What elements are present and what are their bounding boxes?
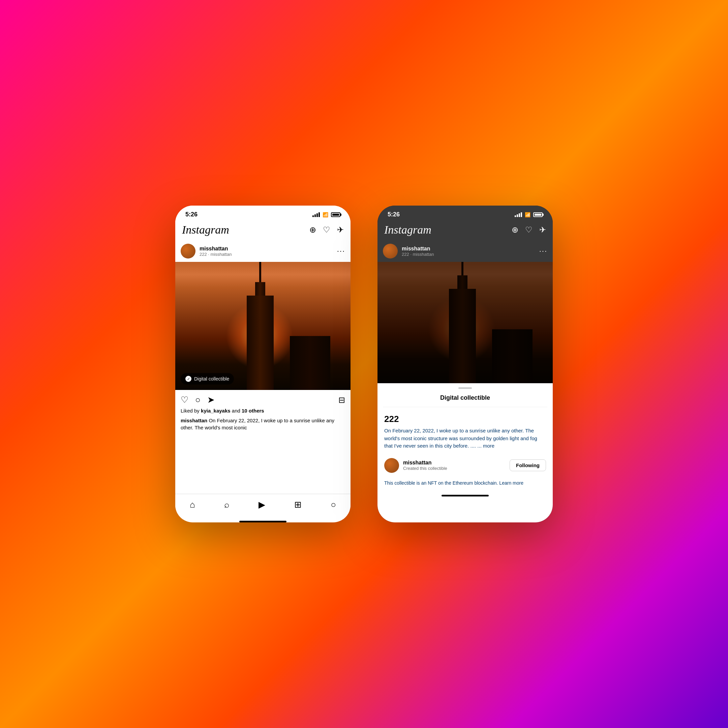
post-user-info-2: misshattan 222 · misshattan	[402, 246, 434, 257]
signal-bar	[517, 214, 518, 217]
liked-by-label: Liked by	[180, 408, 200, 413]
esb-main	[247, 295, 274, 390]
esb-spire	[259, 262, 261, 282]
status-time-1: 5:26	[185, 211, 197, 218]
battery-icon-2	[533, 213, 543, 217]
post-image-bg-1	[175, 262, 350, 390]
messenger-icon-2[interactable]: ✈	[539, 225, 546, 235]
likes-user[interactable]: kyia_kayaks	[201, 408, 231, 413]
badge-label: Digital collectible	[194, 376, 229, 382]
skyline-secondary-2	[492, 329, 532, 383]
share-icon[interactable]: ➤	[207, 395, 215, 405]
bookmark-icon[interactable]: ⊟	[338, 395, 345, 405]
avatar-inner-1	[180, 244, 196, 258]
bottom-sheet: Digital collectible 222 On February 22, …	[378, 383, 553, 522]
caption-username[interactable]: misshattan	[180, 418, 207, 423]
esb-top-2	[457, 275, 468, 289]
building-container	[175, 262, 350, 390]
battery-fill	[332, 214, 339, 216]
nft-description: On February 22, 2022, I woke up to a sun…	[378, 427, 553, 455]
phones-container: 5:26 📶 Instagram ⊕ ♡ ✈	[175, 206, 553, 522]
ig-logo-1: Instagram	[182, 223, 229, 236]
add-post-icon[interactable]: ⊕	[309, 225, 316, 235]
reels-nav-icon[interactable]: ▶	[258, 500, 265, 510]
likes-others[interactable]: 10 others	[242, 408, 264, 413]
post-username-1[interactable]: misshattan	[200, 246, 231, 252]
post-subtitle-2: 222 · misshattan	[402, 252, 434, 257]
shop-nav-icon[interactable]: ⊞	[294, 500, 302, 510]
post-image-1: ✓ Digital collectible	[175, 262, 350, 390]
wifi-icon-2: 📶	[525, 212, 531, 217]
heart-icon-2[interactable]: ♡	[525, 225, 532, 235]
signal-bar	[521, 213, 522, 217]
checkmark-icon: ✓	[185, 376, 191, 382]
signal-bar	[519, 213, 520, 217]
learn-more-link[interactable]: Learn more	[499, 480, 523, 486]
post-user-1: misshattan 222 · misshattan	[180, 244, 231, 258]
sheet-title: Digital collectible	[383, 394, 548, 407]
creator-avatar-inner	[384, 458, 399, 473]
more-options-2[interactable]: ···	[539, 247, 548, 255]
nft-disclaimer: This collectible is an NFT on the Ethere…	[378, 478, 553, 493]
status-bar-2: 5:26 📶	[378, 206, 553, 221]
status-bar-1: 5:26 📶	[175, 206, 350, 221]
profile-nav-icon[interactable]: ○	[330, 500, 336, 510]
phone-2: 5:26 📶 Instagram ⊕ ♡ ✈	[378, 206, 553, 522]
avatar-2[interactable]	[383, 244, 398, 258]
post-header-2: misshattan 222 · misshattan ···	[378, 240, 553, 262]
post-user-2: misshattan 222 · misshattan	[383, 244, 434, 258]
like-icon[interactable]: ♡	[180, 395, 188, 405]
digital-collectible-badge-1[interactable]: ✓ Digital collectible	[180, 373, 234, 385]
messenger-icon[interactable]: ✈	[337, 225, 344, 235]
post-subtitle-1: 222 · misshattan	[200, 252, 231, 257]
signal-bar	[317, 213, 318, 217]
esb-main-2	[449, 289, 476, 383]
post-actions-1: ♡ ○ ➤ ⊟	[175, 390, 350, 408]
status-time-2: 5:26	[388, 211, 400, 218]
creator-avatar[interactable]	[384, 458, 399, 473]
ig-header-icons-1: ⊕ ♡ ✈	[309, 225, 344, 235]
signal-bar	[315, 214, 316, 217]
comment-icon[interactable]: ○	[195, 395, 200, 405]
search-nav-icon[interactable]: ⌕	[224, 500, 229, 510]
esb-top	[255, 282, 265, 295]
more-options-1[interactable]: ···	[337, 247, 345, 255]
ig-header-2: Instagram ⊕ ♡ ✈	[378, 221, 553, 240]
nft-creator-info: misshattan Created this collectible	[384, 458, 447, 473]
signal-bars-1	[312, 213, 320, 217]
post-image-bg-2	[378, 262, 553, 383]
home-nav-icon[interactable]: ⌂	[190, 500, 195, 510]
add-post-icon-2[interactable]: ⊕	[512, 225, 518, 235]
esb-spire-2	[461, 262, 463, 275]
heart-icon[interactable]: ♡	[323, 225, 330, 235]
ig-header-1: Instagram ⊕ ♡ ✈	[175, 221, 350, 240]
following-button[interactable]: Following	[509, 459, 546, 471]
post-actions-left: ♡ ○ ➤	[180, 395, 215, 405]
likes-and: and	[232, 408, 240, 413]
signal-bar	[515, 216, 516, 217]
post-header-1: misshattan 222 · misshattan ···	[175, 240, 350, 262]
skyline-secondary	[290, 336, 330, 390]
home-indicator-2	[442, 495, 489, 497]
post-user-info-1: misshattan 222 · misshattan	[200, 246, 231, 257]
creator-label: Created this collectible	[403, 466, 447, 471]
esb-building-2	[449, 262, 476, 383]
building-container-2	[378, 262, 553, 383]
battery-icon	[331, 213, 340, 217]
nft-more-link[interactable]: .... ... more	[471, 443, 495, 449]
post-image-2	[378, 262, 553, 383]
signal-bars-2	[515, 213, 522, 217]
nft-number: 222	[378, 407, 553, 427]
avatar-inner-2	[383, 244, 398, 258]
caption-area: misshattan On February 22, 2022, I woke …	[175, 416, 350, 435]
status-icons-2: 📶	[515, 212, 543, 217]
creator-name[interactable]: misshattan	[403, 460, 447, 466]
wifi-icon: 📶	[323, 212, 328, 217]
ig-header-icons-2: ⊕ ♡ ✈	[512, 225, 546, 235]
avatar-1[interactable]	[180, 244, 196, 258]
battery-fill-2	[535, 214, 541, 216]
ig-logo-2: Instagram	[384, 223, 431, 236]
creator-text: misshattan Created this collectible	[403, 460, 447, 471]
phone-1: 5:26 📶 Instagram ⊕ ♡ ✈	[175, 206, 350, 522]
post-username-2[interactable]: misshattan	[402, 246, 434, 252]
